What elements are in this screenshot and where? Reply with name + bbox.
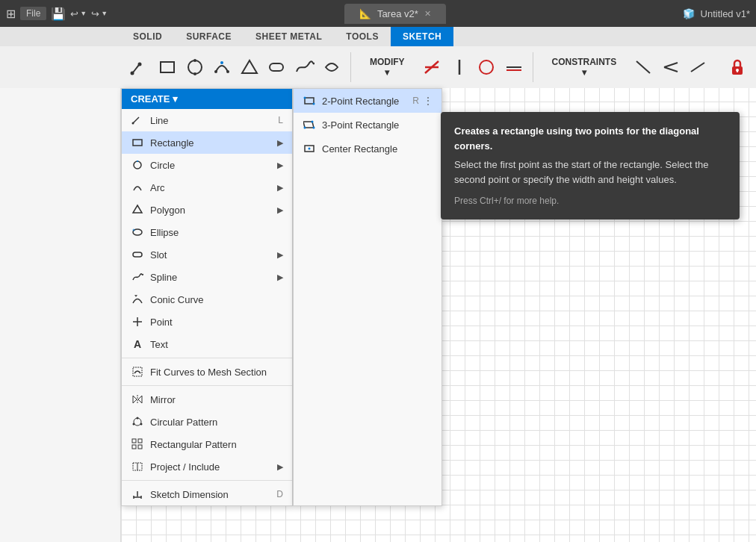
svg-point-8 xyxy=(220,61,223,64)
menu-item-mirror[interactable]: Mirror xyxy=(122,388,292,411)
sketch-tool-4[interactable] xyxy=(501,54,527,81)
redo-arrow: ▼ xyxy=(101,10,108,17)
tab-sketch[interactable]: SKETCH xyxy=(391,27,453,46)
wrap-tool-icon[interactable] xyxy=(318,54,344,81)
ribbon-divider-2 xyxy=(533,52,533,82)
line-shortcut: L xyxy=(278,115,283,125)
constraint-tool-1[interactable] xyxy=(630,54,657,81)
tab-sheet-metal[interactable]: SHEET METAL xyxy=(244,27,334,46)
tooltip-hint: Press Ctrl+/ for more help. xyxy=(454,194,726,208)
text-menu-icon: A xyxy=(131,337,144,351)
constraint-tool-3[interactable] xyxy=(685,54,711,81)
menu-item-conic-label: Conic Curve xyxy=(150,294,204,305)
arc-tool-icon[interactable] xyxy=(209,54,235,81)
submenu-item-center-rect[interactable]: Center Rectangle xyxy=(294,137,441,161)
rectangle-submenu: 2-Point Rectangle R ⋮ 3-Point Rectangle xyxy=(293,88,442,506)
menu-item-project-include[interactable]: Project / Include ▶ xyxy=(122,455,292,478)
menu-item-spline[interactable]: Spline ▶ xyxy=(122,266,292,288)
undo-button[interactable]: ↩ ▼ xyxy=(70,8,87,19)
svg-rect-45 xyxy=(132,445,136,449)
tooltip-title: Creates a rectangle using two points for… xyxy=(454,124,726,153)
center-rect-icon xyxy=(303,142,316,155)
menu-item-circular-pattern[interactable]: Circular Pattern xyxy=(122,411,292,433)
menu-item-circular-pattern-label: Circular Pattern xyxy=(150,417,217,428)
menu-item-polygon[interactable]: Polygon ▶ xyxy=(122,199,292,221)
menu-item-line[interactable]: Line L xyxy=(122,109,292,131)
constraint-tool-2[interactable] xyxy=(657,54,684,81)
svg-point-0 xyxy=(131,72,134,75)
svg-point-14 xyxy=(480,60,493,74)
svg-marker-36 xyxy=(133,396,137,403)
menu-item-text-label: Text xyxy=(150,339,168,350)
create-menu-header[interactable]: CREATE ▾ xyxy=(122,89,292,109)
menu-item-text[interactable]: A Text xyxy=(122,333,292,355)
polygon-menu-icon xyxy=(131,203,144,217)
svg-marker-9 xyxy=(242,60,257,73)
menu-item-project-include-label: Project / Include xyxy=(150,461,220,473)
sketch-dimension-menu-icon xyxy=(131,488,144,501)
menu-item-slot[interactable]: Slot ▶ xyxy=(122,243,292,266)
tab-solid[interactable]: SOLID xyxy=(121,27,174,46)
menu-item-conic-curve[interactable]: Conic Curve xyxy=(122,288,292,311)
dropdown-overlay: CREATE ▾ Line L Rectangle ▶ xyxy=(121,88,442,506)
svg-rect-43 xyxy=(132,439,136,443)
2point-rect-dots: ⋮ xyxy=(424,96,433,106)
curve-tool-icon[interactable] xyxy=(291,54,317,81)
svg-line-19 xyxy=(664,67,678,72)
rectangle-tool-icon[interactable] xyxy=(155,54,181,81)
save-button[interactable]: 💾 xyxy=(51,7,66,21)
menu-item-sketch-dimension[interactable]: Sketch Dimension D xyxy=(122,483,292,505)
conic-menu-icon xyxy=(131,293,144,306)
menu-item-rectangle[interactable]: Rectangle ▶ xyxy=(122,131,292,154)
svg-point-30 xyxy=(133,229,135,231)
tab-area: 📐 Tarea v2* ✕ xyxy=(108,4,682,24)
lock-button[interactable] xyxy=(724,54,750,81)
constraints-button[interactable]: CONSTRAINTS ▾ xyxy=(542,53,626,81)
sketch-tool-1[interactable] xyxy=(419,54,445,81)
svg-point-59 xyxy=(312,121,314,123)
svg-point-41 xyxy=(133,423,135,426)
2point-rect-icon xyxy=(303,94,316,108)
tab-close-icon[interactable]: ✕ xyxy=(424,9,431,19)
polygon-arrow-icon: ▶ xyxy=(277,205,283,215)
modify-group-label: MODIFY ▾ xyxy=(360,53,415,81)
menu-item-rectangular-pattern[interactable]: Rectangular Pattern xyxy=(122,433,292,455)
tab-tools[interactable]: TOOLS xyxy=(334,27,391,46)
2point-rect-shortcut: R xyxy=(412,96,419,106)
menu-item-circle[interactable]: Circle ▶ xyxy=(122,154,292,176)
sketch-dimension-shortcut: D xyxy=(276,489,283,499)
menu-item-spline-label: Spline xyxy=(150,272,177,283)
sketch-tool-2[interactable] xyxy=(446,54,472,81)
menu-item-arc[interactable]: Arc ▶ xyxy=(122,176,292,199)
triangle-tool-icon[interactable] xyxy=(236,54,262,81)
svg-line-17 xyxy=(636,61,650,73)
constraints-group-label: CONSTRAINTS ▾ xyxy=(542,53,626,81)
project-include-arrow-icon: ▶ xyxy=(277,462,283,472)
top-bar: ⊞ File 💾 ↩ ▼ ↪ ▼ 📐 Tarea v2* ✕ 🧊 Untitle… xyxy=(0,0,756,27)
submenu-item-3point-rect[interactable]: 3-Point Rectangle xyxy=(294,113,441,137)
svg-rect-2 xyxy=(161,62,174,72)
slot-arrow-icon: ▶ xyxy=(277,250,283,260)
modify-button[interactable]: MODIFY ▾ xyxy=(360,53,415,81)
circle-arrow-icon: ▶ xyxy=(277,161,283,170)
active-tab[interactable]: 📐 Tarea v2* ✕ xyxy=(344,4,446,24)
menu-item-point[interactable]: Point xyxy=(122,311,292,333)
project-icon: 🧊 xyxy=(683,8,695,19)
bracket-tool-icon[interactable] xyxy=(264,54,290,81)
submenu-item-2point-rect[interactable]: 2-Point Rectangle R ⋮ xyxy=(294,89,441,113)
redo-button[interactable]: ↪ ▼ xyxy=(91,8,108,19)
circle-tool-icon[interactable] xyxy=(182,54,208,81)
line-tool-icon[interactable] xyxy=(127,54,153,81)
menu-item-fit-curves[interactable]: Fit Curves to Mesh Section xyxy=(122,361,292,383)
sketch-tool-3[interactable] xyxy=(474,54,500,81)
svg-point-1 xyxy=(138,63,142,66)
tooltip-body: Select the first point as the start of t… xyxy=(454,158,726,187)
undo-arrow: ▼ xyxy=(80,10,87,17)
rectangle-menu-icon xyxy=(131,136,144,149)
menu-item-ellipse[interactable]: Ellipse xyxy=(122,221,292,243)
file-button[interactable]: File xyxy=(20,7,46,20)
svg-marker-37 xyxy=(138,396,142,403)
menu-item-polygon-label: Polygon xyxy=(150,205,185,216)
grid-icon[interactable]: ⊞ xyxy=(6,7,16,21)
tab-surface[interactable]: SURFACE xyxy=(174,27,244,46)
